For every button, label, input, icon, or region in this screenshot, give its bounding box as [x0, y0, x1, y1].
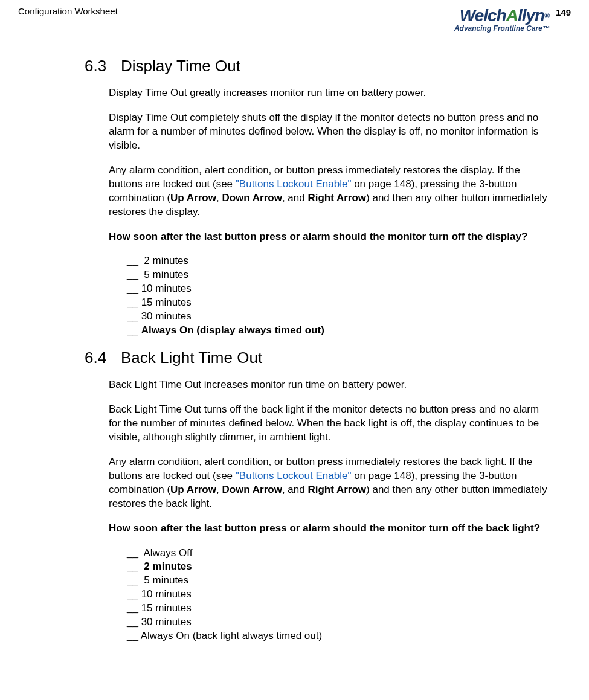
section-6-4-p1: Back Light Time Out increases monitor ru…: [109, 378, 553, 392]
section-6-3-p3: Any alarm condition, alert condition, or…: [109, 164, 553, 219]
logo-text-a: A: [506, 6, 518, 25]
p3d2: , and: [282, 484, 308, 495]
logo-text-llyn: llyn: [518, 6, 544, 25]
doc-title: Configuration Worksheet: [18, 6, 118, 16]
option-10min: __ 10 minutes: [127, 282, 553, 296]
section-6-3-p2: Display Time Out completely shuts off th…: [109, 111, 553, 153]
down-arrow-label-2: Down Arrow: [222, 484, 282, 495]
up-arrow-label-2: Up Arrow: [170, 484, 216, 495]
option-30min: __ 30 minutes: [127, 310, 553, 324]
p3c: ,: [216, 192, 222, 204]
page-content: 6.3Display Time Out Display Time Out gre…: [18, 57, 571, 643]
section-6-4-options: __ Always Off __ 2 minutes __ 5 minutes …: [109, 547, 553, 644]
o6: Always On (display always timed out): [141, 324, 324, 336]
option-2min-2: __ 2 minutes: [127, 560, 553, 574]
section-6-3-title: Display Time Out: [121, 57, 240, 75]
section-6-3-body: Display Time Out greatly increases monit…: [85, 86, 553, 338]
option-always-on-2: __ Always On (back light always timed ou…: [127, 629, 553, 643]
option-30min-2: __ 30 minutes: [127, 615, 553, 629]
o2pre: __: [127, 560, 144, 572]
option-15min-2: __ 15 minutes: [127, 602, 553, 615]
up-arrow-label: Up Arrow: [170, 192, 216, 204]
page-number: 149: [556, 7, 571, 18]
section-6-4-num: 6.4: [85, 348, 121, 367]
page-header: Configuration Worksheet WelchAllyn® Adva…: [18, 6, 571, 33]
o6pre: __: [127, 324, 141, 336]
right-arrow-label-2: Right Arrow: [307, 484, 366, 495]
option-always-on: __ Always On (display always timed out): [127, 324, 553, 338]
section-6-4-p3: Any alarm condition, alert condition, or…: [109, 455, 553, 511]
section-6-4-question: How soon after the last button press or …: [109, 522, 553, 536]
section-6-4-body: Back Light Time Out increases monitor ru…: [85, 378, 553, 643]
header-right: WelchAllyn® Advancing Frontline Care™ 14…: [454, 6, 571, 33]
buttons-lockout-link[interactable]: "Buttons Lockout Enable": [236, 178, 352, 190]
option-15min: __ 15 minutes: [127, 296, 553, 310]
p3d: , and: [282, 192, 308, 204]
option-10min-2: __ 10 minutes: [127, 588, 553, 602]
o2b: 2 minutes: [144, 560, 192, 572]
buttons-lockout-link-2[interactable]: "Buttons Lockout Enable": [236, 470, 352, 481]
section-6-3-options: __ 2 minutes __ 5 minutes __ 10 minutes …: [109, 254, 553, 338]
option-2min: __ 2 minutes: [127, 254, 553, 268]
welchallyn-logo: WelchAllyn®: [460, 6, 550, 25]
section-6-3-question: How soon after the last button press or …: [109, 230, 553, 244]
section-6-4-heading: 6.4Back Light Time Out: [85, 348, 553, 367]
section-6-3-heading: 6.3Display Time Out: [85, 57, 553, 75]
down-arrow-label: Down Arrow: [222, 192, 282, 204]
option-always-off: __ Always Off: [127, 547, 553, 560]
section-6-4-p2: Back Light Time Out turns off the back l…: [109, 403, 553, 445]
logo-text-welch: Welch: [460, 6, 506, 25]
p3c2: ,: [216, 484, 222, 495]
right-arrow-label: Right Arrow: [307, 192, 366, 204]
section-6-4-title: Back Light Time Out: [121, 348, 262, 367]
logo-reg: ®: [544, 11, 550, 20]
section-6-3-num: 6.3: [85, 57, 121, 75]
option-5min-2: __ 5 minutes: [127, 574, 553, 588]
option-5min: __ 5 minutes: [127, 268, 553, 282]
logo-tagline: Advancing Frontline Care™: [454, 24, 550, 33]
section-6-3-p1: Display Time Out greatly increases monit…: [109, 86, 553, 100]
logo-wrap: WelchAllyn® Advancing Frontline Care™: [454, 6, 550, 33]
